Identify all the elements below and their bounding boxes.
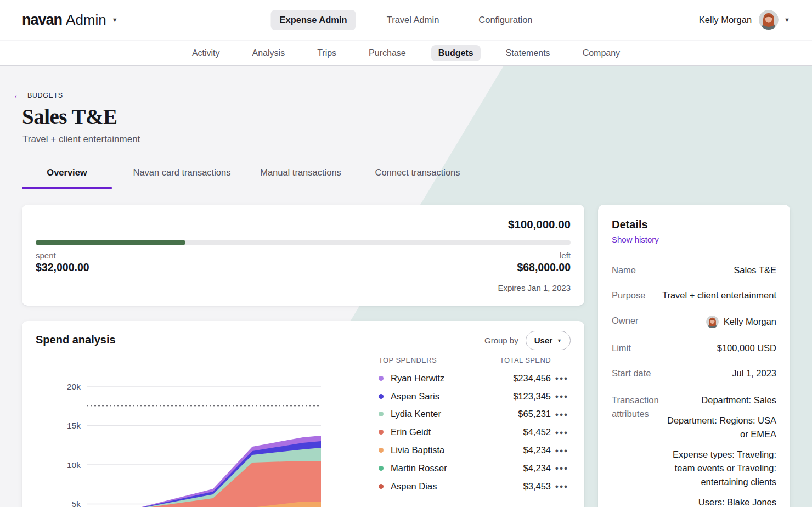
detail-label: Limit xyxy=(612,343,631,353)
expires-date: Expires Jan 1, 2023 xyxy=(498,283,571,292)
owner-name: Kelly Morgan xyxy=(724,317,776,327)
subnav-statements[interactable]: Statements xyxy=(499,45,557,61)
detail-label: Start date xyxy=(612,368,651,379)
left-label: left xyxy=(560,251,571,260)
detail-label: Purpose xyxy=(612,290,645,301)
row-menu-icon[interactable]: ●●● xyxy=(551,447,568,454)
budget-tabs: Overview Navan card transactions Manual … xyxy=(22,167,477,178)
avatar xyxy=(759,10,779,30)
subnav-trips[interactable]: Trips xyxy=(310,45,343,61)
top-nav-travel-admin[interactable]: Travel Admin xyxy=(378,10,448,30)
spent-value: $32,000.00 xyxy=(36,261,89,274)
spender-name: Aspen Saris xyxy=(391,391,513,402)
user-name: Kelly Morgan xyxy=(699,15,752,25)
tab-navan-card-transactions[interactable]: Navan card transactions xyxy=(120,167,244,178)
transaction-attribute: Users: Blake Jones xyxy=(667,495,776,507)
detail-row-start-date: Start date Jul 1, 2023 xyxy=(612,368,776,379)
series-color-dot xyxy=(379,376,384,381)
budget-summary-card: $100,000.00 spent left $32,000.00 $68,00… xyxy=(22,205,584,306)
navan-logo[interactable]: navan Admin ▼ xyxy=(22,0,118,40)
table-row: Lydia Kenter $65,231 ●●● xyxy=(379,405,568,424)
series-color-dot xyxy=(379,394,384,399)
app-screen: navan Admin ▼ Expense Admin Travel Admin… xyxy=(0,0,812,507)
detail-value: Sales T&E xyxy=(734,265,776,275)
owner-avatar xyxy=(706,316,719,328)
series-color-dot xyxy=(379,484,384,489)
transaction-attribute-values: Department: Sales Department: Regions: U… xyxy=(667,393,776,507)
top-spenders-header: TOP SPENDERS TOTAL SPEND xyxy=(379,356,568,364)
spender-name: Erin Geidt xyxy=(391,427,523,437)
detail-label: Owner xyxy=(612,316,639,326)
spender-amount: $123,345 xyxy=(513,391,551,402)
top-bar: navan Admin ▼ Expense Admin Travel Admin… xyxy=(0,0,812,40)
spender-amount: $65,231 xyxy=(518,409,551,419)
detail-value: Jul 1, 2023 xyxy=(732,368,776,379)
detail-row-name: Name Sales T&E xyxy=(612,265,776,275)
top-spenders-table: TOP SPENDERS TOTAL SPEND Ryan Herwitz $2… xyxy=(379,356,568,495)
tab-overview[interactable]: Overview xyxy=(22,167,112,178)
user-menu[interactable]: Kelly Morgan ▼ xyxy=(699,0,790,40)
details-title: Details xyxy=(612,218,776,231)
detail-value: $100,000 USD xyxy=(717,343,776,353)
row-menu-icon[interactable]: ●●● xyxy=(551,429,568,436)
svg-text:15k: 15k xyxy=(67,421,81,430)
row-menu-icon[interactable]: ●●● xyxy=(551,393,568,399)
svg-text:5k: 5k xyxy=(72,499,81,507)
svg-text:20k: 20k xyxy=(67,382,81,391)
row-menu-icon[interactable]: ●●● xyxy=(551,375,568,381)
total-spend-col-header: TOTAL SPEND xyxy=(500,356,551,364)
page-subtitle: Travel + client entertainment xyxy=(22,134,140,145)
series-color-dot xyxy=(379,448,384,453)
series-color-dot xyxy=(379,412,384,416)
detail-row-transaction-attributes: Transaction attributes Department: Sales… xyxy=(612,393,776,507)
table-row: Aspen Dias $3,453 ●●● xyxy=(379,477,568,495)
breadcrumb[interactable]: ← BUDGETS xyxy=(13,91,63,100)
page-title: Sales T&E xyxy=(22,104,117,129)
details-rows: Name Sales T&E Purpose Travel + client e… xyxy=(612,265,776,507)
top-nav-configuration[interactable]: Configuration xyxy=(470,10,541,30)
spend-analysis-card: Spend analysis Group by User ▼ 20k15k10k… xyxy=(22,321,584,507)
svg-text:10k: 10k xyxy=(67,460,81,470)
spender-amount: $4,452 xyxy=(523,427,551,437)
show-history-link[interactable]: Show history xyxy=(612,235,659,244)
transaction-attribute: Department: Regions: USA or EMEA xyxy=(667,414,776,441)
subnav-purchase[interactable]: Purchase xyxy=(362,45,413,61)
budget-progress-fill xyxy=(36,240,185,245)
breadcrumb-label: BUDGETS xyxy=(27,92,63,99)
spender-amount: $4,234 xyxy=(523,463,551,474)
table-row: Erin Geidt $4,452 ●●● xyxy=(379,423,568,441)
series-color-dot xyxy=(379,430,384,435)
top-nav: Expense Admin Travel Admin Configuration xyxy=(270,0,541,40)
top-nav-expense-admin[interactable]: Expense Admin xyxy=(270,10,356,30)
table-row: Livia Baptista $4,234 ●●● xyxy=(379,441,568,459)
detail-row-limit: Limit $100,000 USD xyxy=(612,343,776,353)
detail-value: Travel + client entertainment xyxy=(662,290,776,301)
table-row: Ryan Herwitz $234,456 ●●● xyxy=(379,369,568,387)
active-tab-indicator xyxy=(22,187,112,189)
spender-name: Aspen Dias xyxy=(391,481,523,492)
subnav-budgets[interactable]: Budgets xyxy=(431,45,481,61)
spender-amount: $4,234 xyxy=(523,445,551,455)
row-menu-icon[interactable]: ●●● xyxy=(551,411,568,418)
row-menu-icon[interactable]: ●●● xyxy=(551,483,568,489)
table-row: Martin Rosser $4,234 ●●● xyxy=(379,459,568,477)
spent-label: spent xyxy=(36,251,56,260)
chevron-down-icon: ▼ xyxy=(784,16,790,23)
top-spenders-col-header: TOP SPENDERS xyxy=(379,356,437,364)
subnav-analysis[interactable]: Analysis xyxy=(245,45,292,61)
detail-row-owner: Owner Kelly Morgan xyxy=(612,316,776,328)
left-value: $68,000.00 xyxy=(517,261,571,274)
series-color-dot xyxy=(379,466,384,471)
subnav-activity[interactable]: Activity xyxy=(185,45,227,61)
details-panel: Details Show history Name Sales T&E Purp… xyxy=(598,205,790,507)
tab-connect-transactions[interactable]: Connect transactions xyxy=(358,167,477,178)
logo-admin-label: Admin xyxy=(66,12,106,29)
spender-amount: $3,453 xyxy=(523,481,551,492)
back-arrow-icon: ← xyxy=(13,91,22,100)
budget-progress-bar xyxy=(36,240,571,245)
tab-manual-transactions[interactable]: Manual transactions xyxy=(244,167,358,178)
row-menu-icon[interactable]: ●●● xyxy=(551,465,568,471)
tabs-divider xyxy=(22,189,790,189)
spender-amount: $234,456 xyxy=(513,373,551,384)
subnav-company[interactable]: Company xyxy=(576,45,627,61)
